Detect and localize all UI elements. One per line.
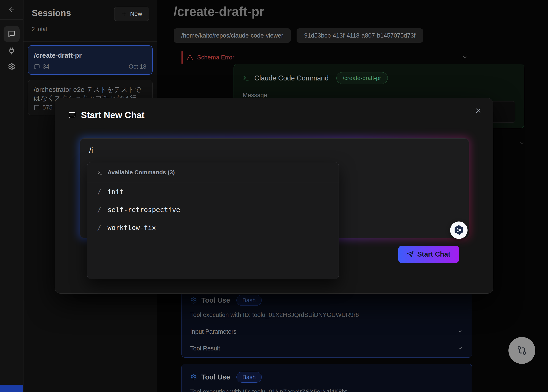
repo-path-badge: /home/kaito/repos/claude-code-viewer <box>174 28 291 43</box>
schema-error-label: Schema Error <box>197 54 234 61</box>
start-new-chat-modal: Start New Chat /i Available Commands (3)… <box>55 98 493 294</box>
message-square-icon <box>34 105 40 111</box>
tool-use-title: Tool Use <box>201 296 230 304</box>
plug-icon <box>8 47 15 55</box>
session-title: /create-draft-pr <box>34 51 146 60</box>
tool-name-badge: Bash <box>236 295 262 306</box>
command-option-self-retrospective[interactable]: / self-retrospective <box>87 201 339 219</box>
chevron-down-icon <box>457 329 463 334</box>
tool-name-badge: Bash <box>236 372 262 383</box>
settings-gear-icon <box>8 63 15 70</box>
warning-triangle-icon <box>187 55 193 61</box>
gear-icon <box>190 297 197 304</box>
tool-use-title: Tool Use <box>201 373 230 381</box>
tool-execution-id: Tool execution with ID: toolu_01NnZaey4r… <box>190 388 463 392</box>
command-prefix: / <box>97 206 101 214</box>
tool-use-card: Tool Use Bash Tool execution with ID: to… <box>182 287 472 357</box>
session-date: Oct 18 <box>128 63 146 70</box>
bottom-left-accent <box>0 385 23 392</box>
input-parameters-toggle[interactable]: Input Parameters <box>190 328 463 335</box>
message-square-icon <box>68 111 76 119</box>
sidebar-item-settings[interactable] <box>4 60 20 73</box>
plus-icon <box>121 11 127 17</box>
modal-title: Start New Chat <box>81 110 145 120</box>
command-option-init[interactable]: / init <box>87 183 339 201</box>
gear-icon <box>190 374 197 381</box>
sidebar-item-mcp[interactable] <box>4 44 20 58</box>
session-card-selected[interactable]: /create-draft-pr 34 Oct 18 <box>28 45 153 75</box>
section-label: Input Parameters <box>190 328 236 335</box>
sessions-panel-title: Sessions <box>32 8 71 18</box>
command-badge: /create-draft-pr <box>336 72 388 84</box>
terminal-icon <box>243 75 249 82</box>
tool-use-card: Tool Use Bash Tool execution with ID: to… <box>182 364 472 392</box>
close-icon[interactable] <box>475 107 482 114</box>
sessions-header: Sessions New 2 total <box>23 0 157 42</box>
schema-error-collapsible[interactable]: Schema Error <box>182 51 472 64</box>
git-compare-icon <box>517 345 527 356</box>
share-logo-icon <box>453 224 465 236</box>
command-option-workflow-fix[interactable]: / workflow-fix <box>87 219 339 237</box>
new-session-button[interactable]: New <box>114 7 149 21</box>
chevron-down-icon[interactable] <box>519 140 525 146</box>
new-session-label: New <box>130 11 142 17</box>
sidebar-top-section <box>0 0 23 20</box>
command-name: workflow-fix <box>107 224 156 231</box>
message-input-value: /i <box>89 146 93 154</box>
terminal-icon <box>97 170 103 175</box>
command-name: self-retrospective <box>107 206 180 214</box>
chevron-down-icon[interactable] <box>462 55 468 60</box>
tool-execution-id: Tool execution with ID: toolu_01X2HSJQrd… <box>190 312 463 318</box>
start-chat-label: Start Chat <box>417 250 450 258</box>
sidebar-item-chats[interactable] <box>4 26 20 42</box>
page-title: /create-draft-pr <box>174 4 264 19</box>
message-square-icon <box>34 64 40 70</box>
back-icon[interactable] <box>8 6 15 14</box>
session-message-count: 34 <box>43 63 49 70</box>
sessions-total: 2 total <box>32 26 47 32</box>
command-suggestions-menu: Available Commands (3) / init / self-ret… <box>87 162 339 279</box>
icon-sidebar <box>0 0 23 392</box>
section-label: Tool Result <box>190 345 220 352</box>
session-meta: 34 Oct 18 <box>34 63 146 70</box>
tool-result-toggle[interactable]: Tool Result <box>190 345 463 352</box>
error-accent-bar <box>182 51 183 64</box>
command-card-title: Claude Code Command <box>254 74 329 82</box>
chat-icon <box>8 30 15 38</box>
command-prefix: / <box>97 188 101 196</box>
git-compare-floating-button[interactable] <box>508 337 535 364</box>
send-icon <box>407 251 414 258</box>
session-message-count: 575 <box>42 104 53 111</box>
start-chat-button[interactable]: Start Chat <box>398 246 459 263</box>
available-commands-title: Available Commands (3) <box>107 169 175 176</box>
app-logo-badge <box>450 222 468 239</box>
command-prefix: / <box>97 224 101 231</box>
command-name: init <box>107 188 124 196</box>
session-info-badges: /home/kaito/repos/claude-code-viewer 91d… <box>174 28 423 43</box>
session-id-badge: 91d53bcb-413f-4118-a807-b1457075d73f <box>297 28 423 43</box>
chevron-down-icon <box>457 345 463 351</box>
